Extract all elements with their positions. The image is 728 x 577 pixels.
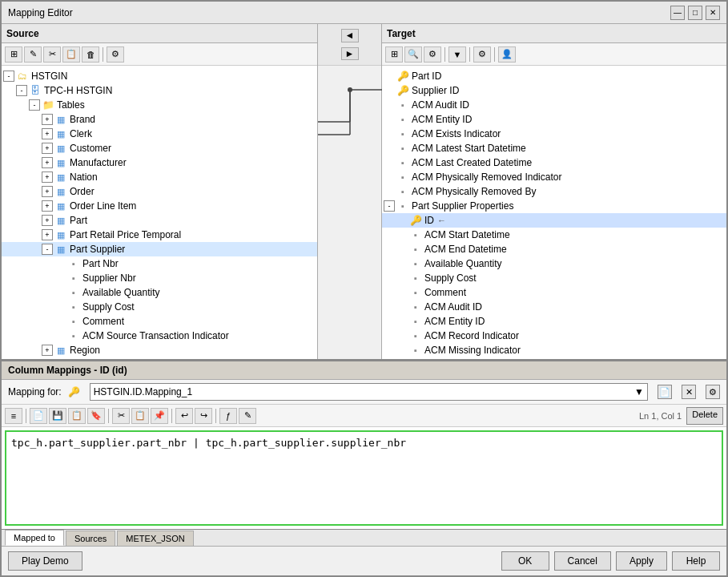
nav-left-arrow[interactable]: ◄: [341, 29, 359, 42]
code-editor[interactable]: tpc_h.part_supplier.part_nbr | tpc_h.par…: [5, 430, 723, 526]
cancel-button[interactable]: Cancel: [554, 551, 611, 571]
target-tool-6[interactable]: 👤: [498, 46, 516, 63]
tree-item-supplycost[interactable]: ▪ Supply Cost: [2, 300, 317, 314]
editor-tool-func[interactable]: ƒ: [219, 408, 237, 424]
tree-item-supplierid[interactable]: 🔑 Supplier ID: [382, 83, 726, 98]
target-tool-1[interactable]: ⊞: [385, 46, 403, 63]
tab-sources[interactable]: Sources: [66, 531, 115, 546]
editor-tool-save[interactable]: 💾: [49, 408, 66, 424]
apply-button[interactable]: Apply: [616, 551, 667, 571]
tree-item-brand[interactable]: + ▦ Brand: [2, 112, 317, 127]
maximize-button[interactable]: □: [688, 6, 702, 20]
close-button[interactable]: ✕: [706, 6, 720, 20]
expand-partretail[interactable]: +: [42, 229, 53, 240]
tree-item-t-acmmissing[interactable]: ▪ ACM Missing Indicator: [382, 343, 726, 357]
expand-region[interactable]: +: [42, 345, 53, 356]
editor-tool-copy[interactable]: 📋: [131, 408, 149, 424]
tree-item-region[interactable]: + ▦ Region: [2, 343, 317, 357]
source-tool-3[interactable]: ✂: [43, 46, 61, 63]
mapping-cfg-btn[interactable]: ⚙: [706, 385, 720, 399]
editor-tool-paste[interactable]: 📌: [151, 408, 168, 424]
tree-item-order[interactable]: + ▦ Order: [2, 184, 317, 199]
tree-item-t-acmend[interactable]: ▪ ACM End Datetime: [382, 242, 726, 256]
expand-part[interactable]: +: [42, 215, 53, 226]
expand-tpch[interactable]: -: [16, 85, 27, 96]
editor-tool-edit[interactable]: ✎: [239, 408, 256, 424]
help-button[interactable]: Help: [672, 551, 720, 571]
play-demo-button[interactable]: Play Demo: [8, 551, 82, 571]
target-tool-5[interactable]: ⚙: [473, 46, 491, 63]
source-tool-1[interactable]: ⊞: [5, 46, 22, 63]
tree-item-t-acmrecord[interactable]: ▪ ACM Record Indicator: [382, 329, 726, 343]
tree-item-partsupplier[interactable]: - ▦ Part Supplier: [2, 242, 317, 256]
tree-item-t-acmphysremby[interactable]: ▪ ACM Physically Removed By: [382, 184, 726, 199]
tree-item-t-acmauditid[interactable]: ▪ ACM Audit ID: [382, 98, 726, 112]
tree-item-t-acmaudit2[interactable]: ▪ ACM Audit ID: [382, 300, 726, 314]
tab-metex[interactable]: METEX_JSON: [117, 531, 193, 546]
tab-mapped-to[interactable]: Mapped to: [5, 530, 64, 546]
ok-button[interactable]: OK: [501, 551, 549, 571]
mapping-new-btn[interactable]: 📄: [658, 385, 672, 399]
tree-item-customer[interactable]: + ▦ Customer: [2, 141, 317, 155]
tree-item-t-acmexists[interactable]: ▪ ACM Exists Indicator: [382, 127, 726, 141]
editor-tool-1[interactable]: ≡: [5, 408, 22, 424]
target-tree[interactable]: 🔑 Part ID 🔑 Supplier ID ▪ ACM Audit ID: [382, 66, 726, 359]
tree-item-tpch[interactable]: - 🗄 TPC-H HSTGIN: [2, 83, 317, 98]
expand-customer[interactable]: +: [42, 143, 53, 154]
tree-item-t-acmlast[interactable]: ▪ ACM Last Created Datetime: [382, 155, 726, 170]
expand-orderlineitem[interactable]: +: [42, 200, 53, 212]
tree-item-clerk[interactable]: + ▦ Clerk: [2, 127, 317, 141]
expand-partsupplier[interactable]: -: [42, 244, 53, 255]
mapping-del-btn[interactable]: ✕: [682, 385, 696, 399]
tree-item-t-acmsource2[interactable]: ▪ ACM Source Transaction Indicator: [382, 357, 726, 359]
expand-order[interactable]: +: [42, 186, 53, 197]
expand-manufacturer[interactable]: +: [42, 157, 53, 168]
editor-tool-cut[interactable]: ✂: [112, 408, 130, 424]
tree-item-nation[interactable]: + ▦ Nation: [2, 170, 317, 184]
expand-brand[interactable]: +: [42, 114, 53, 125]
editor-tool-redo[interactable]: ↪: [195, 408, 212, 424]
tree-item-t-supplycost[interactable]: ▪ Supply Cost: [382, 271, 726, 285]
tree-item-t-availqty[interactable]: ▪ Available Quantity: [382, 256, 726, 271]
tree-item-suppliernbr[interactable]: ▪ Supplier Nbr: [2, 271, 317, 285]
tree-item-partnbr[interactable]: ▪ Part Nbr: [2, 256, 317, 271]
tree-item-comment[interactable]: ▪ Comment: [2, 314, 317, 329]
expand-nation[interactable]: +: [42, 171, 53, 183]
editor-tool-4[interactable]: 🔖: [87, 408, 105, 424]
expand-hstgin[interactable]: -: [3, 71, 14, 82]
source-tool-5[interactable]: 🗑: [82, 46, 99, 63]
tree-item-t-id[interactable]: 🔑 ID ←: [382, 213, 726, 228]
tree-item-setconstraint[interactable]: + ▦ Set_Constraint_Order_Total_Price: [2, 357, 317, 359]
minimize-button[interactable]: —: [670, 6, 685, 20]
expand-tables[interactable]: -: [29, 99, 40, 111]
tree-item-t-acmstart[interactable]: ▪ ACM Start Datetime: [382, 228, 726, 242]
target-tool-4[interactable]: ▼: [448, 46, 466, 63]
tree-item-partid[interactable]: 🔑 Part ID: [382, 69, 726, 83]
tree-item-t-acmlatest[interactable]: ▪ ACM Latest Start Datetime: [382, 141, 726, 155]
target-tool-2[interactable]: 🔍: [404, 46, 422, 63]
expand-partsupplierprops[interactable]: -: [384, 200, 395, 212]
nav-right-arrow[interactable]: ►: [341, 47, 359, 61]
source-tool-4[interactable]: 📋: [62, 46, 80, 63]
tree-item-part[interactable]: + ▦ Part: [2, 213, 317, 228]
tree-item-t-acmentityid[interactable]: ▪ ACM Entity ID: [382, 112, 726, 127]
source-tool-2[interactable]: ✎: [24, 46, 42, 63]
tree-item-availqty[interactable]: ▪ Available Quantity: [2, 285, 317, 300]
tree-item-acmsource[interactable]: ▪ ACM Source Transaction Indicator: [2, 329, 317, 343]
tree-item-partsupplierprops[interactable]: - ▪ Part Supplier Properties: [382, 199, 726, 213]
delete-button[interactable]: Delete: [686, 407, 723, 425]
editor-tool-3[interactable]: 📋: [68, 408, 86, 424]
tree-item-t-acmphysremind[interactable]: ▪ ACM Physically Removed Indicator: [382, 170, 726, 184]
editor-tool-new[interactable]: 📄: [30, 408, 47, 424]
tree-item-t-acmentity2[interactable]: ▪ ACM Entity ID: [382, 314, 726, 329]
expand-clerk[interactable]: +: [42, 128, 53, 139]
tree-item-tables[interactable]: - 📁 Tables: [2, 98, 317, 112]
editor-tool-undo[interactable]: ↩: [175, 408, 193, 424]
target-tool-3[interactable]: ⚙: [424, 46, 441, 63]
mapping-dropdown[interactable]: HSTGIN.ID.Mapping_1 ▼: [90, 383, 648, 401]
source-tree[interactable]: - 🗂 HSTGIN - 🗄 TPC-H HSTGIN - 📁 T: [2, 66, 317, 359]
tree-item-orderlineitem[interactable]: + ▦ Order Line Item: [2, 199, 317, 213]
tree-item-manufacturer[interactable]: + ▦ Manufacturer: [2, 155, 317, 170]
tree-item-hstgin[interactable]: - 🗂 HSTGIN: [2, 69, 317, 83]
source-tool-6[interactable]: ⚙: [107, 46, 124, 63]
